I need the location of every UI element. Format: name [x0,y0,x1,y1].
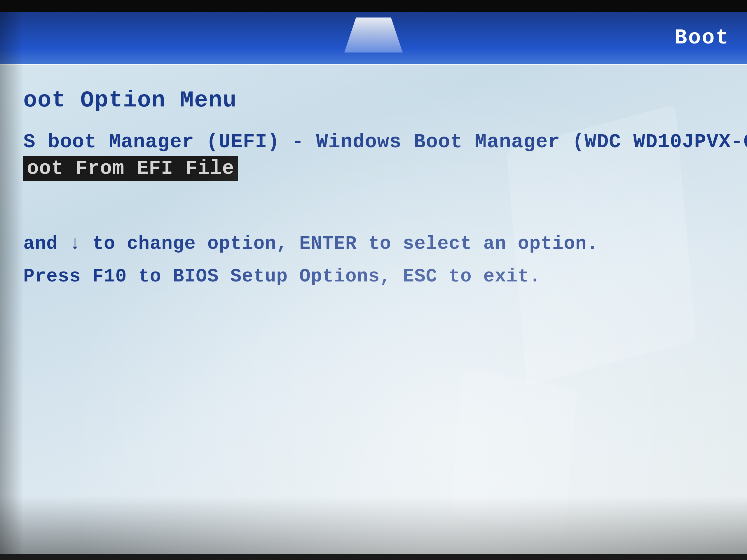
menu-item-windows-boot-manager[interactable]: S boot Manager (UEFI) - Windows Boot Man… [23,131,724,153]
top-bezel [0,0,747,12]
instructions-section: and ↓ to change option, ENTER to select … [0,233,747,299]
bios-screen: Boot oot Option Menu S boot Manager (UEF… [0,12,747,554]
bios-instruction: Press F10 to BIOS Setup Options, ESC to … [23,266,724,287]
header-title: Boot [674,26,729,50]
header-separator [0,64,747,65]
screen-shadow-left [0,12,23,554]
menu-item-boot-from-efi[interactable]: oot From EFI File [23,156,724,181]
main-content: oot Option Menu S boot Manager (UEFI) - … [0,70,747,201]
menu-item-selected-label: oot From EFI File [23,156,238,181]
section-title: oot Option Menu [23,87,724,113]
nav-instruction: and ↓ to change option, ENTER to select … [23,233,724,254]
screen-shadow-bottom [0,496,747,554]
header-bar: Boot [0,12,747,64]
header-separator-2 [0,68,747,68]
